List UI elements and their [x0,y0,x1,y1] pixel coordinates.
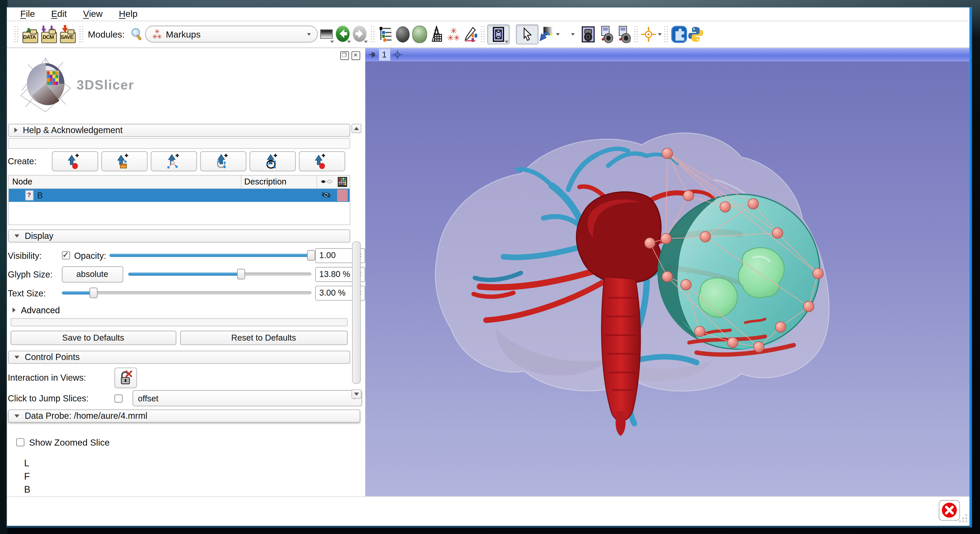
create-line-button[interactable] [101,151,147,171]
node-table-empty-area[interactable] [8,202,349,224]
save-button[interactable]: SAVE [58,25,76,43]
undock-panel-icon[interactable]: ❐ [340,51,348,60]
save-to-defaults-button[interactable]: Save to Defaults [10,331,176,345]
node-visibility-toggle[interactable] [317,189,336,202]
scene-view-restore-button[interactable] [614,25,632,43]
control-point-sphere[interactable] [748,198,758,209]
slider-handle[interactable] [90,288,98,298]
control-point-sphere[interactable] [772,227,783,238]
node-row-selected[interactable]: ? B [8,189,349,202]
annotations-button[interactable] [462,25,479,43]
scene-view-capture-button[interactable] [597,25,614,43]
control-point-sphere[interactable] [683,190,694,200]
module-selector-combobox[interactable]: ✳✳✳ Markups [145,25,318,43]
control-point-sphere[interactable] [662,271,672,281]
node-color-swatch[interactable] [337,189,348,201]
help-acknowledgement-section[interactable]: Help & Acknowledgement [8,123,350,137]
threed-viewport[interactable] [365,61,969,496]
create-angle-button[interactable] [150,151,197,171]
control-point-sphere[interactable] [644,237,655,248]
opacity-slider[interactable] [109,249,311,262]
segmentations-button[interactable] [411,25,428,43]
control-point-sphere[interactable] [775,321,786,332]
node-description-cell[interactable] [242,189,317,202]
control-point-sphere[interactable] [727,337,738,348]
scroll-up-button[interactable] [351,123,361,133]
layout-selector-button[interactable] [487,24,510,44]
scrollbar-thumb[interactable] [352,241,360,383]
view-tab-1[interactable]: 1 [379,49,390,60]
module-panel-scrollbar[interactable] [351,123,361,399]
glyph-size-mode-combobox[interactable]: absolute [62,266,123,282]
volume-rendering-button[interactable] [394,25,411,43]
mouse-interaction-button[interactable] [516,24,539,44]
view-crosshair-icon[interactable] [392,50,402,59]
create-open-curve-button[interactable] [200,151,246,171]
screenshot-button[interactable] [580,25,597,43]
reset-to-defaults-button[interactable]: Reset to Defaults [180,331,347,345]
toolbar-drag-handle[interactable] [78,26,84,43]
advanced-section[interactable]: Advanced [12,305,365,316]
column-color[interactable] [336,175,349,188]
resize-grip[interactable] [957,513,968,524]
scroll-down-button[interactable] [351,389,361,399]
display-section[interactable]: Display [8,229,350,242]
menu-help[interactable]: Help [119,9,137,19]
close-panel-icon[interactable]: ✕ [351,51,360,60]
create-closed-curve-button[interactable] [249,151,296,171]
column-description[interactable]: Description [240,175,316,188]
visibility-checkbox[interactable] [62,251,70,260]
module-search-button[interactable] [128,25,145,43]
models-button[interactable] [428,25,445,43]
toolbar-drag-handle[interactable] [664,26,669,43]
create-point-button[interactable] [52,151,98,171]
control-point-sphere[interactable] [719,201,730,212]
module-back-button[interactable] [335,25,352,43]
extensions-manager-button[interactable] [671,25,687,43]
control-points-section[interactable]: Control Points [8,350,350,363]
interaction-lock-button[interactable] [114,367,137,388]
control-point-sphere[interactable] [660,233,671,243]
main-toolbar: DATA DCM SAVE Modules [6,21,969,48]
node-color-cell[interactable] [336,189,349,202]
python-console-button[interactable] [687,25,705,43]
module-forward-button[interactable] [352,25,369,43]
click-to-jump-checkbox[interactable] [114,394,123,402]
data-probe-section[interactable]: Data Probe: /home/aure/4.mrml [8,409,360,422]
control-point-sphere[interactable] [753,341,764,352]
toolbar-drag-handle[interactable] [480,26,486,43]
create-plane-button[interactable] [299,151,345,171]
slider-handle[interactable] [237,269,245,280]
show-zoomed-slice-checkbox[interactable] [16,438,24,447]
toolbar-drag-handle[interactable] [634,26,639,43]
toolbar-drag-handle[interactable] [14,26,19,43]
crosshair-button[interactable] [641,25,662,43]
pin-icon[interactable] [368,50,376,59]
menu-edit[interactable]: Edit [51,9,67,19]
crosshair-icon [641,26,657,43]
menu-view[interactable]: View [83,9,102,19]
menu-file[interactable]: File [21,9,35,19]
markups-icon: ✳✳✳ [447,27,459,41]
control-point-sphere[interactable] [812,268,823,278]
load-data-button[interactable]: DATA [21,25,39,43]
column-visibility[interactable] [316,175,336,188]
error-log-button[interactable] [938,500,959,520]
slider-handle[interactable] [307,250,315,261]
window-level-button[interactable] [539,25,560,43]
text-size-slider[interactable] [62,286,311,300]
subject-hierarchy-button[interactable] [377,25,394,43]
control-point-sphere[interactable] [700,231,710,242]
control-point-sphere[interactable] [803,301,814,312]
toolbar-drag-handle[interactable] [371,26,375,43]
control-point-sphere[interactable] [662,148,672,158]
markups-toolbar-button[interactable]: ✳✳✳ [445,25,461,43]
glyph-size-slider[interactable] [128,267,311,281]
dicom-button[interactable]: DCM [39,25,58,43]
control-point-sphere[interactable] [694,326,705,336]
jump-mode-combobox[interactable]: offset [132,390,362,407]
toolbar-overflow-chevron[interactable] [571,33,575,35]
module-history-button[interactable] [318,25,335,43]
column-node[interactable]: Node [8,177,240,186]
control-point-sphere[interactable] [681,279,691,289]
